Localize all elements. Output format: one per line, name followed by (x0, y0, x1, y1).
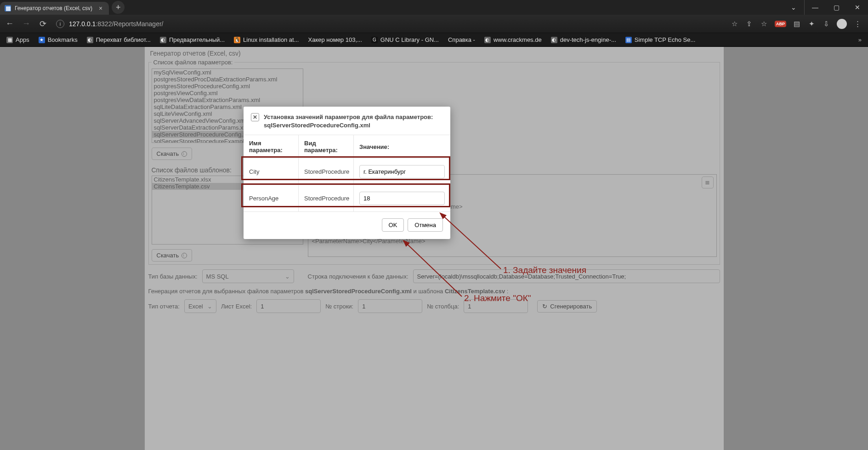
address-bar: ← → ⟳ i 127.0.0.1 :8322 /ReportsManager/… (0, 15, 868, 33)
tux-icon: 🐧 (234, 37, 240, 43)
page-icon (5, 5, 11, 11)
translate-icon[interactable]: ☆ (731, 20, 739, 28)
url-host: 127.0.0.1 (69, 20, 96, 28)
bookmark-item[interactable]: ◐www.crackmes.de (482, 35, 545, 44)
tab-title: Генератор отчетов (Excel, csv) (15, 5, 92, 11)
param-kind: StoredProcedure (299, 185, 354, 211)
apps-button[interactable]: ▦Apps (4, 35, 32, 44)
bookmark-label: dev-tech-js-engine-... (560, 36, 616, 43)
bookmark-label: Справка - (448, 36, 475, 43)
window-controls: ⌄ — ▢ ✕ (783, 0, 868, 15)
window-titlebar: Генератор отчетов (Excel, csv) × + ⌄ — ▢… (0, 0, 868, 15)
gnu-icon: G (371, 37, 378, 43)
bookmark-item[interactable]: ▤Simple TCP Echo Se... (623, 35, 698, 44)
kebab-menu-icon[interactable]: ⋮ (853, 20, 862, 28)
bookmark-star-icon[interactable]: ☆ (760, 20, 768, 28)
close-window-button[interactable]: ✕ (847, 0, 868, 15)
profile-avatar[interactable] (837, 19, 847, 29)
maximize-button[interactable]: ▢ (826, 0, 847, 15)
bookmarks-overflow-icon[interactable]: » (856, 36, 864, 43)
browser-tab[interactable]: Генератор отчетов (Excel, csv) × (0, 2, 109, 15)
bookmark-label: Перехват библиот... (96, 36, 151, 43)
bookmark-label: Предварительный... (169, 36, 225, 43)
toolbar-right: ☆ ⇪ ☆ ABP ▤ ✦ ⇩ ⋮ (731, 19, 865, 29)
share-icon[interactable]: ⇪ (745, 20, 754, 28)
forward-button[interactable]: → (19, 17, 33, 31)
extensions-icon[interactable]: ✦ (807, 20, 816, 28)
reader-icon[interactable]: ▤ (793, 20, 801, 28)
param-name: PersonAge (244, 185, 299, 211)
globe-icon: ◐ (87, 37, 93, 43)
bookmark-label: Хакер номер 103,... (308, 36, 362, 43)
globe-icon: ◐ (484, 37, 491, 43)
bookmark-label: www.crackmes.de (494, 36, 542, 43)
bookmark-label: GNU C Library - GN... (380, 36, 439, 43)
bookmarks-bar: ▦Apps ★Bookmarks ◐Перехват библиот... ◐П… (0, 33, 868, 47)
page-icon: ▤ (625, 37, 632, 43)
params-table: Имя параметра: Вид параметра: Значение: … (244, 135, 450, 212)
globe-icon: ◐ (551, 37, 557, 43)
modal-ok-button[interactable]: OK (382, 218, 404, 232)
back-button[interactable]: ← (3, 17, 17, 31)
param-value-input[interactable] (359, 165, 445, 178)
url-port: :8322 (96, 20, 112, 28)
bookmark-item[interactable]: 🐧Linux installation at... (231, 35, 301, 44)
set-params-modal: ✕ Установка значений параметров для файл… (244, 107, 450, 239)
bookmark-item[interactable]: ◐Предварительный... (157, 35, 227, 44)
modal-close-button[interactable]: ✕ (251, 113, 259, 121)
url-input[interactable]: i 127.0.0.1 :8322 /ReportsManager/ (52, 17, 728, 31)
modal-title-line2: sqlServerStoredProcedureConfig.xml (264, 121, 433, 130)
col-kind-header: Вид параметра: (299, 135, 354, 158)
star-icon: ★ (39, 37, 45, 43)
modal-title: Установка значений параметров для файла … (264, 113, 433, 129)
chrome-dropdown-icon[interactable]: ⌄ (783, 0, 804, 15)
param-row: PersonAge StoredProcedure (244, 185, 450, 212)
apps-label: Apps (16, 36, 29, 43)
bookmark-item[interactable]: Хакер номер 103,... (305, 35, 364, 44)
bookmark-item[interactable]: GGNU C Library - GN... (369, 35, 442, 44)
minimize-button[interactable]: — (805, 0, 826, 15)
close-tab-icon[interactable]: × (99, 5, 102, 12)
param-value-input[interactable] (359, 192, 445, 205)
param-name: City (244, 159, 299, 185)
bookmark-label: Simple TCP Echo Se... (635, 36, 695, 43)
new-tab-button[interactable]: + (112, 1, 125, 14)
bookmark-item[interactable]: ◐dev-tech-js-engine-... (548, 35, 619, 44)
bookmark-item[interactable]: Справка - (445, 35, 478, 44)
param-kind: StoredProcedure (299, 159, 354, 185)
bookmark-label: Bookmarks (48, 36, 78, 43)
bookmark-item[interactable]: ◐Перехват библиот... (84, 35, 153, 44)
downloads-icon[interactable]: ⇩ (822, 20, 830, 28)
globe-icon: ◐ (160, 37, 166, 43)
col-value-header: Значение: (354, 135, 450, 158)
col-name-header: Имя параметра: (244, 135, 299, 158)
reload-button[interactable]: ⟳ (36, 17, 50, 31)
abp-extension-icon[interactable]: ABP (775, 21, 786, 27)
apps-grid-icon: ▦ (6, 37, 13, 43)
modal-cancel-button[interactable]: Отмена (408, 218, 443, 232)
modal-title-line1: Установка значений параметров для файла … (264, 113, 433, 121)
params-table-header: Имя параметра: Вид параметра: Значение: (244, 135, 450, 159)
bookmark-item[interactable]: ★Bookmarks (36, 35, 80, 44)
site-info-icon[interactable]: i (56, 20, 64, 28)
param-row: City StoredProcedure (244, 159, 450, 185)
bookmark-label: Linux installation at... (243, 36, 299, 43)
url-path: /ReportsManager/ (112, 20, 163, 28)
